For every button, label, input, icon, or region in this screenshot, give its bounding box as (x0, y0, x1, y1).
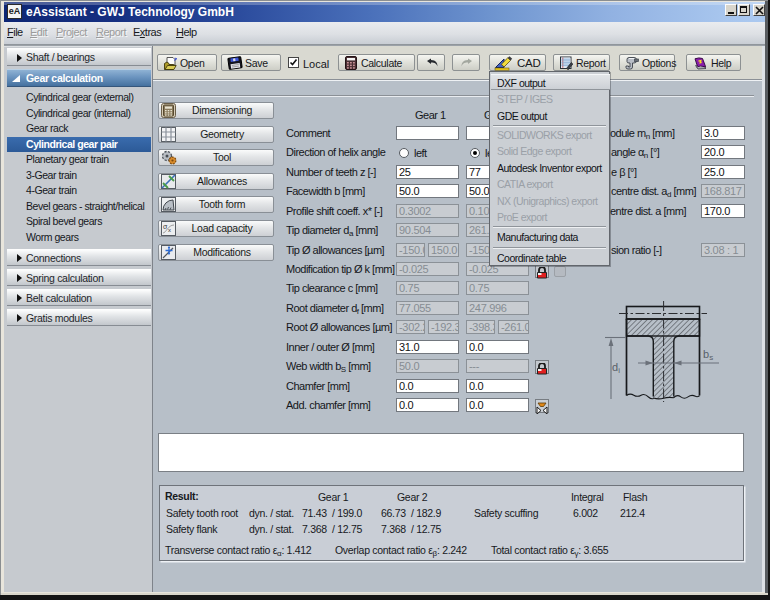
svg-text:bs: bs (703, 348, 713, 362)
svg-text:di: di (612, 361, 620, 375)
